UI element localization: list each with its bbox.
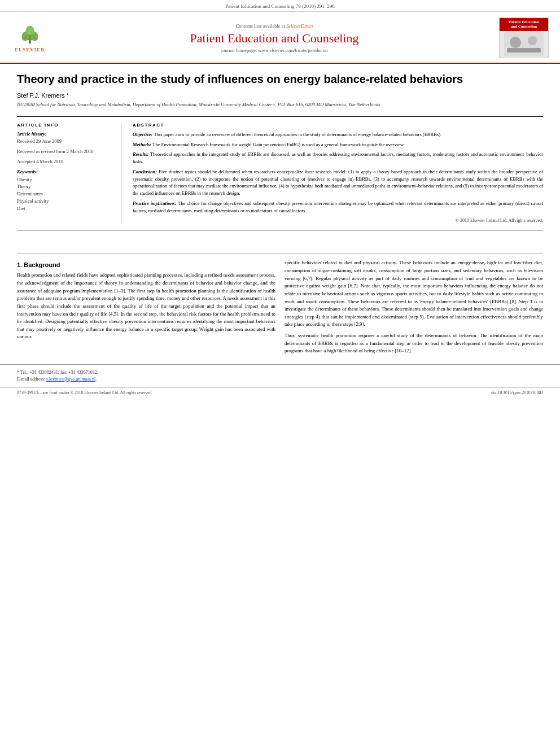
sciencedirect-link[interactable]: ScienceDirect xyxy=(286,23,313,29)
keyword-determinants: Determinants xyxy=(17,190,114,198)
keyword-theory: Theory xyxy=(17,183,114,190)
elsevier-logo-area: ELSEVIER xyxy=(10,23,50,53)
keywords-list: Obesity Theory Determinants Physical act… xyxy=(17,176,114,212)
email-link[interactable]: s.kremers@gvo.unimaas.nl xyxy=(46,377,95,382)
journal-cover-box: Patient Education and Counseling xyxy=(499,18,549,58)
journal-cover: Patient Education and Counseling xyxy=(499,18,550,58)
footnote-tel: * Tel.: +31 433882431; fax: +31 43367103… xyxy=(17,369,543,376)
journal-title: Patient Education and Counseling xyxy=(50,31,499,46)
journal-homepage: journal homepage: www.elsevier.com/locat… xyxy=(50,47,499,53)
journal-citation-bar: Patient Education and Counseling 79 (201… xyxy=(0,0,560,12)
page-wrapper: Patient Education and Counseling 79 (201… xyxy=(0,0,560,747)
section-divider xyxy=(17,253,543,254)
bottom-bar: 0738-3991/$ – see front matter © 2010 El… xyxy=(0,387,560,397)
abstract-results: Results: Theoretical approaches in the i… xyxy=(133,151,543,165)
abstract-text: Objective: This paper aims to provide an… xyxy=(133,131,543,225)
cover-image xyxy=(500,31,548,58)
article-body: Theory and practice in the study of infl… xyxy=(0,64,560,247)
author-affiliation: NUTRIM School for Nutrition, Toxicology … xyxy=(17,102,543,108)
journal-header: ELSEVIER Contents lists available at Sci… xyxy=(0,12,560,64)
journal-citation: Patient Education and Counseling 79 (201… xyxy=(225,3,334,9)
abstract-heading: Abstract xyxy=(133,123,543,128)
article-info-heading: Article Info xyxy=(17,123,114,128)
svg-point-4 xyxy=(26,26,34,35)
svg-point-7 xyxy=(528,36,537,45)
abstract-practice: Practice implications: The choice for ch… xyxy=(133,200,543,215)
background-right-para-2: Thus, systematic health promotion requir… xyxy=(285,332,543,355)
author-name: Stef P.J. Kremers * xyxy=(17,92,69,99)
svg-point-6 xyxy=(510,37,521,48)
article-info-left: Article Info Article history: Received 2… xyxy=(17,123,121,225)
history-label: Article history: xyxy=(17,131,114,137)
author-line: Stef P.J. Kremers * xyxy=(17,92,543,99)
article-title: Theory and practice in the study of infl… xyxy=(17,72,543,86)
abstract-objective: Objective: This paper aims to provide an… xyxy=(133,131,543,138)
keyword-obesity: Obesity xyxy=(17,176,114,184)
keyword-diet: Diet xyxy=(17,205,114,212)
copyright-line: © 2010 Elsevier Ireland Ltd. All rights … xyxy=(133,217,543,224)
article-info-row: Article Info Article history: Received 2… xyxy=(17,116,543,231)
footnote-area: * Tel.: +31 433882431; fax: +31 43367103… xyxy=(0,364,560,385)
cover-top: Patient Education and Counseling xyxy=(500,18,548,31)
elsevier-brand: ELSEVIER xyxy=(15,47,45,53)
keyword-physical-activity: Physical activity xyxy=(17,198,114,205)
left-column: 1. Background Health promotion and relat… xyxy=(17,259,275,359)
contents-available-line: Contents lists available at ScienceDirec… xyxy=(50,23,499,29)
issn-line: 0738-3991/$ – see front matter © 2010 El… xyxy=(17,390,152,395)
right-column: specific behaviors related to diet and p… xyxy=(285,259,543,359)
abstract-conclusion: Conclusion: Five distinct topics should … xyxy=(133,168,543,197)
journal-header-center: Contents lists available at ScienceDirec… xyxy=(50,23,499,53)
svg-rect-8 xyxy=(507,48,541,53)
footnote-email: E-mail address: s.kremers@gvo.unimaas.nl… xyxy=(17,376,543,383)
abstract-section: Abstract Objective: This paper aims to p… xyxy=(133,123,543,225)
received-date: Received 29 June 2009 xyxy=(17,138,114,145)
doi-line: doi:10.1016/j.pec.2010.03.002 xyxy=(491,390,543,395)
background-heading: 1. Background xyxy=(17,261,275,268)
background-left-para-1: Health promotion and related fields have… xyxy=(17,272,275,341)
background-right-para-1: specific behaviors related to diet and p… xyxy=(285,259,543,329)
revised-date: Received in revised form 2 March 2010 xyxy=(17,148,114,155)
accepted-date: Accepted 4 March 2010 xyxy=(17,159,114,165)
abstract-methods: Methods: The Environmental Research fram… xyxy=(133,141,543,148)
main-content: 1. Background Health promotion and relat… xyxy=(0,259,560,359)
keywords-label: Keywords: xyxy=(17,169,114,174)
elsevier-logo: ELSEVIER xyxy=(10,23,50,53)
elsevier-tree-icon xyxy=(19,23,41,46)
